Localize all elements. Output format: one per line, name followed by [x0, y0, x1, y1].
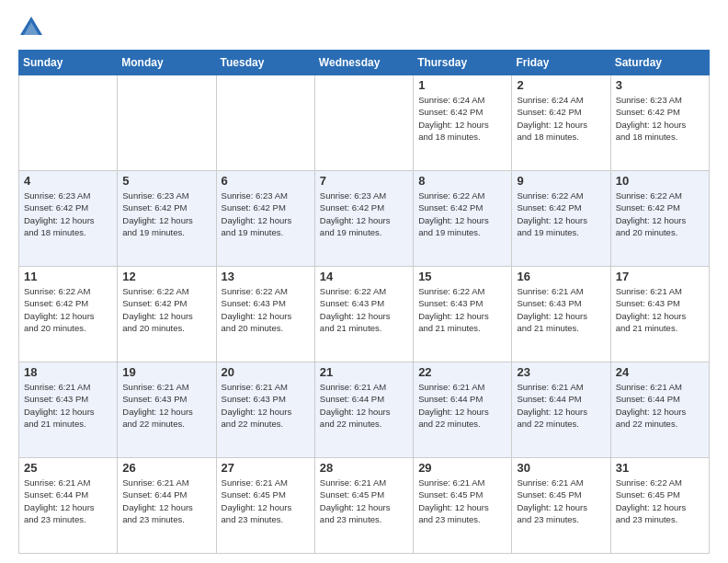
calendar-cell: 5Sunrise: 6:23 AM Sunset: 6:42 PM Daylig…: [118, 171, 216, 267]
day-number: 8: [418, 174, 506, 188]
logo: [18, 15, 48, 40]
day-info: Sunrise: 6:22 AM Sunset: 6:42 PM Dayligh…: [517, 190, 605, 238]
day-number: 19: [122, 365, 210, 379]
day-number: 1: [418, 78, 506, 92]
calendar-cell: 29Sunrise: 6:21 AM Sunset: 6:45 PM Dayli…: [414, 458, 512, 554]
page: SundayMondayTuesdayWednesdayThursdayFrid…: [0, 0, 728, 563]
day-info: Sunrise: 6:21 AM Sunset: 6:43 PM Dayligh…: [122, 381, 210, 430]
day-info: Sunrise: 6:22 AM Sunset: 6:42 PM Dayligh…: [418, 190, 506, 238]
weekday-header-saturday: Saturday: [610, 51, 709, 75]
day-number: 15: [418, 270, 506, 283]
day-info: Sunrise: 6:22 AM Sunset: 6:43 PM Dayligh…: [320, 285, 408, 334]
day-number: 11: [24, 270, 112, 283]
day-number: 25: [24, 461, 112, 475]
day-info: Sunrise: 6:21 AM Sunset: 6:44 PM Dayligh…: [122, 477, 210, 525]
calendar-cell: 14Sunrise: 6:22 AM Sunset: 6:43 PM Dayli…: [314, 267, 413, 362]
day-number: 14: [320, 270, 408, 283]
calendar-cell: 19Sunrise: 6:21 AM Sunset: 6:43 PM Dayli…: [118, 362, 216, 458]
day-number: 5: [122, 174, 210, 188]
calendar-cell: 13Sunrise: 6:22 AM Sunset: 6:43 PM Dayli…: [216, 267, 314, 362]
day-number: 3: [616, 78, 704, 92]
day-info: Sunrise: 6:23 AM Sunset: 6:42 PM Dayligh…: [122, 190, 210, 238]
logo-icon: [18, 15, 44, 40]
day-number: 26: [122, 461, 210, 475]
day-number: 7: [320, 174, 408, 188]
calendar-cell: [314, 75, 413, 171]
calendar-table: SundayMondayTuesdayWednesdayThursdayFrid…: [18, 50, 710, 554]
weekday-header-sunday: Sunday: [19, 51, 118, 75]
day-number: 16: [517, 270, 605, 283]
day-info: Sunrise: 6:23 AM Sunset: 6:42 PM Dayligh…: [616, 94, 704, 143]
calendar-cell: 20Sunrise: 6:21 AM Sunset: 6:43 PM Dayli…: [216, 362, 314, 458]
calendar-cell: 23Sunrise: 6:21 AM Sunset: 6:44 PM Dayli…: [512, 362, 610, 458]
calendar-cell: 17Sunrise: 6:21 AM Sunset: 6:43 PM Dayli…: [610, 267, 709, 362]
week-row-5: 25Sunrise: 6:21 AM Sunset: 6:44 PM Dayli…: [19, 458, 710, 554]
day-info: Sunrise: 6:23 AM Sunset: 6:42 PM Dayligh…: [24, 190, 112, 238]
calendar-cell: [216, 75, 314, 171]
day-info: Sunrise: 6:21 AM Sunset: 6:43 PM Dayligh…: [222, 381, 310, 430]
calendar-cell: 4Sunrise: 6:23 AM Sunset: 6:42 PM Daylig…: [19, 171, 118, 267]
day-info: Sunrise: 6:22 AM Sunset: 6:42 PM Dayligh…: [616, 190, 704, 238]
calendar-cell: 28Sunrise: 6:21 AM Sunset: 6:45 PM Dayli…: [314, 458, 413, 554]
calendar-cell: 16Sunrise: 6:21 AM Sunset: 6:43 PM Dayli…: [512, 267, 610, 362]
day-number: 13: [222, 270, 310, 283]
day-number: 29: [418, 461, 506, 475]
weekday-header-monday: Monday: [118, 51, 216, 75]
calendar-cell: 21Sunrise: 6:21 AM Sunset: 6:44 PM Dayli…: [314, 362, 413, 458]
calendar-cell: 22Sunrise: 6:21 AM Sunset: 6:44 PM Dayli…: [414, 362, 512, 458]
calendar-cell: 1Sunrise: 6:24 AM Sunset: 6:42 PM Daylig…: [414, 75, 512, 171]
day-number: 22: [418, 365, 506, 379]
day-info: Sunrise: 6:21 AM Sunset: 6:43 PM Dayligh…: [517, 285, 605, 334]
day-number: 20: [222, 365, 310, 379]
calendar-cell: 26Sunrise: 6:21 AM Sunset: 6:44 PM Dayli…: [118, 458, 216, 554]
day-info: Sunrise: 6:21 AM Sunset: 6:44 PM Dayligh…: [418, 381, 506, 430]
calendar-cell: 31Sunrise: 6:22 AM Sunset: 6:45 PM Dayli…: [610, 458, 709, 554]
day-info: Sunrise: 6:21 AM Sunset: 6:45 PM Dayligh…: [418, 477, 506, 525]
day-number: 10: [616, 174, 704, 188]
header: [18, 15, 710, 40]
day-number: 31: [616, 461, 704, 475]
calendar-cell: 30Sunrise: 6:21 AM Sunset: 6:45 PM Dayli…: [512, 458, 610, 554]
calendar-cell: 9Sunrise: 6:22 AM Sunset: 6:42 PM Daylig…: [512, 171, 610, 267]
day-number: 6: [222, 174, 310, 188]
day-number: 23: [517, 365, 605, 379]
day-info: Sunrise: 6:22 AM Sunset: 6:45 PM Dayligh…: [616, 477, 704, 525]
calendar-cell: [118, 75, 216, 171]
week-row-4: 18Sunrise: 6:21 AM Sunset: 6:43 PM Dayli…: [19, 362, 710, 458]
day-info: Sunrise: 6:22 AM Sunset: 6:42 PM Dayligh…: [24, 285, 112, 334]
calendar-cell: 27Sunrise: 6:21 AM Sunset: 6:45 PM Dayli…: [216, 458, 314, 554]
day-info: Sunrise: 6:21 AM Sunset: 6:44 PM Dayligh…: [517, 381, 605, 430]
day-info: Sunrise: 6:22 AM Sunset: 6:42 PM Dayligh…: [122, 285, 210, 334]
weekday-header-row: SundayMondayTuesdayWednesdayThursdayFrid…: [19, 51, 710, 75]
day-info: Sunrise: 6:21 AM Sunset: 6:43 PM Dayligh…: [616, 285, 704, 334]
day-number: 17: [616, 270, 704, 283]
weekday-header-tuesday: Tuesday: [216, 51, 314, 75]
day-info: Sunrise: 6:21 AM Sunset: 6:44 PM Dayligh…: [320, 381, 408, 430]
weekday-header-thursday: Thursday: [414, 51, 512, 75]
calendar-cell: 25Sunrise: 6:21 AM Sunset: 6:44 PM Dayli…: [19, 458, 118, 554]
calendar-cell: 11Sunrise: 6:22 AM Sunset: 6:42 PM Dayli…: [19, 267, 118, 362]
day-number: 30: [517, 461, 605, 475]
day-number: 2: [517, 78, 605, 92]
weekday-header-friday: Friday: [512, 51, 610, 75]
calendar-cell: 8Sunrise: 6:22 AM Sunset: 6:42 PM Daylig…: [414, 171, 512, 267]
weekday-header-wednesday: Wednesday: [314, 51, 413, 75]
calendar-cell: 10Sunrise: 6:22 AM Sunset: 6:42 PM Dayli…: [610, 171, 709, 267]
day-number: 24: [616, 365, 704, 379]
calendar-cell: 6Sunrise: 6:23 AM Sunset: 6:42 PM Daylig…: [216, 171, 314, 267]
day-info: Sunrise: 6:21 AM Sunset: 6:43 PM Dayligh…: [24, 381, 112, 430]
day-number: 18: [24, 365, 112, 379]
day-info: Sunrise: 6:22 AM Sunset: 6:43 PM Dayligh…: [418, 285, 506, 334]
day-number: 4: [24, 174, 112, 188]
day-info: Sunrise: 6:24 AM Sunset: 6:42 PM Dayligh…: [418, 94, 506, 143]
day-info: Sunrise: 6:24 AM Sunset: 6:42 PM Dayligh…: [517, 94, 605, 143]
day-info: Sunrise: 6:23 AM Sunset: 6:42 PM Dayligh…: [222, 190, 310, 238]
calendar-cell: 3Sunrise: 6:23 AM Sunset: 6:42 PM Daylig…: [610, 75, 709, 171]
calendar-cell: 15Sunrise: 6:22 AM Sunset: 6:43 PM Dayli…: [414, 267, 512, 362]
day-number: 27: [222, 461, 310, 475]
calendar-cell: 24Sunrise: 6:21 AM Sunset: 6:44 PM Dayli…: [610, 362, 709, 458]
day-info: Sunrise: 6:21 AM Sunset: 6:44 PM Dayligh…: [616, 381, 704, 430]
day-number: 9: [517, 174, 605, 188]
calendar-cell: 7Sunrise: 6:23 AM Sunset: 6:42 PM Daylig…: [314, 171, 413, 267]
day-info: Sunrise: 6:21 AM Sunset: 6:45 PM Dayligh…: [517, 477, 605, 525]
